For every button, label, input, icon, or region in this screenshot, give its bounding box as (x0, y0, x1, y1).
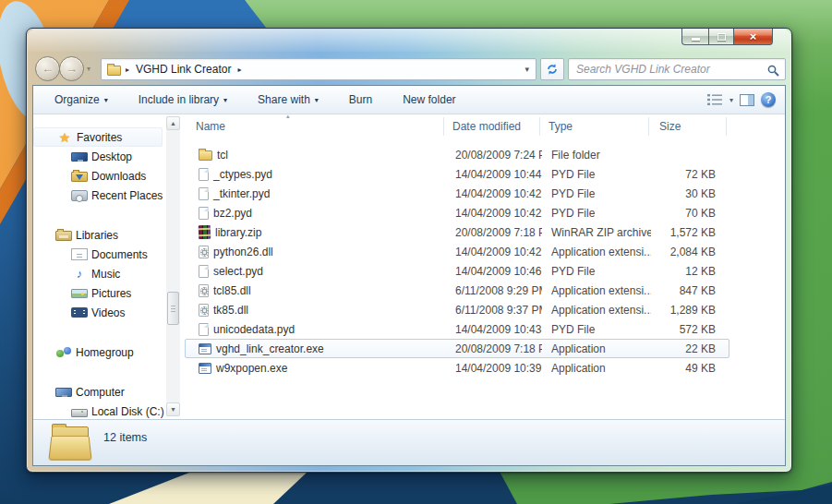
status-bar: 12 items (33, 419, 785, 465)
column-separator[interactable] (726, 117, 727, 136)
recent-pages-dropdown[interactable]: ▾ (87, 65, 90, 73)
file-size: 70 KB (651, 207, 730, 220)
toolbar-share-with-button[interactable]: Share with ▾ (248, 90, 328, 110)
column-header-date-modified[interactable]: Date modified (452, 120, 521, 133)
column-header-name[interactable]: Name (196, 120, 225, 133)
file-size: 847 KB (651, 284, 730, 297)
file-name: bz2.pyd (213, 207, 252, 220)
sidebar-item-recent-places[interactable]: Recent Places (33, 186, 183, 205)
file-row[interactable]: python26.dll 14/04/2009 10:42 PM Applica… (185, 242, 730, 261)
chevron-down-icon: ▾ (104, 96, 108, 104)
toolbar-item-label: Burn (349, 93, 372, 106)
column-header-size[interactable]: Size (659, 120, 681, 133)
sidebar-item-documents[interactable]: Documents (33, 245, 183, 264)
documents-icon (71, 248, 88, 260)
file-size: 72 KB (651, 168, 730, 181)
pyd-icon (199, 207, 209, 220)
file-type: PYD File (542, 168, 651, 181)
forward-button[interactable]: → (59, 56, 84, 81)
chevron-down-icon: ▾ (315, 96, 319, 104)
file-size: 49 KB (651, 362, 730, 375)
file-date-modified: 14/04/2009 10:42 PM (446, 187, 542, 200)
breadcrumb-arrow-icon[interactable]: ▸ (233, 66, 246, 74)
sort-ascending-icon: ▴ (286, 114, 290, 120)
file-row[interactable]: tcl85.dll 6/11/2008 9:29 PM Application … (185, 281, 730, 300)
file-row[interactable]: bz2.pyd 14/04/2009 10:42 PM PYD File 70 … (185, 203, 730, 222)
sidebar-scrollbar[interactable]: ▲ ▼ (166, 116, 180, 416)
file-row[interactable]: select.pyd 14/04/2009 10:46 PM PYD File … (185, 261, 730, 281)
sidebar-item-homegroup[interactable]: Homegroup (33, 342, 183, 362)
file-row[interactable]: tcl 20/08/2009 7:24 PM File folder (185, 145, 730, 164)
libraries-icon (55, 231, 72, 241)
refresh-button[interactable] (540, 58, 564, 80)
file-row[interactable]: _tkinter.pyd 14/04/2009 10:42 PM PYD Fil… (185, 184, 730, 203)
views-button[interactable] (707, 94, 723, 105)
file-type: PYD File (542, 265, 651, 278)
sidebar-item-local-disk-c[interactable]: Local Disk (C:) (33, 402, 183, 418)
chevron-down-icon: ▾ (223, 96, 227, 104)
file-row[interactable]: _ctypes.pyd 14/04/2009 10:44 PM PYD File… (185, 164, 730, 184)
file-name: select.pyd (213, 265, 263, 278)
sidebar-item-libraries[interactable]: Libraries (33, 225, 183, 245)
sidebar-section: Homegroup (33, 342, 183, 362)
file-row[interactable]: unicodedata.pyd 14/04/2009 10:43 PM PYD … (185, 319, 730, 339)
file-size: 572 KB (651, 323, 730, 336)
file-date-modified: 14/04/2009 10:43 PM (446, 323, 542, 336)
file-row[interactable]: tk85.dll 6/11/2008 9:37 PM Application e… (185, 300, 730, 319)
file-size: 12 KB (651, 265, 730, 278)
file-row[interactable]: w9xpopen.exe 14/04/2009 10:39 PM Applica… (185, 358, 730, 378)
close-button[interactable]: × (734, 29, 773, 45)
back-button[interactable]: ← (35, 56, 60, 81)
file-name: tcl85.dll (213, 284, 251, 297)
address-dropdown-arrow[interactable]: ▾ (525, 65, 529, 74)
scroll-down-button[interactable]: ▼ (166, 402, 180, 416)
toolbar-include-in-library-button[interactable]: Include in library ▾ (129, 90, 236, 110)
sidebar-item-pictures[interactable]: Pictures (33, 283, 183, 303)
desktop-icon (71, 152, 88, 162)
sidebar-item-music[interactable]: ♪ Music (33, 264, 183, 283)
file-row[interactable]: library.zip 20/08/2009 7:18 PM WinRAR ZI… (185, 222, 730, 242)
search-input[interactable] (569, 59, 785, 79)
address-bar[interactable]: ▸ VGHD Link Creator ▸ ▾ (101, 58, 537, 80)
column-header-type[interactable]: Type (549, 120, 573, 133)
help-button[interactable]: ? (761, 92, 776, 107)
exe-icon (199, 343, 211, 354)
window-body: Organize ▾ Include in library ▾ Share wi… (32, 85, 786, 466)
search-icon[interactable] (767, 64, 779, 80)
column-separator[interactable] (539, 117, 540, 136)
breadcrumb-arrow-icon[interactable]: ▸ (121, 66, 134, 74)
dll-icon (199, 284, 209, 297)
sidebar-item-downloads[interactable]: Downloads (33, 166, 183, 186)
videos-icon (71, 307, 88, 318)
file-type: PYD File (542, 207, 651, 220)
scroll-thumb[interactable] (167, 292, 179, 325)
preview-pane-button[interactable] (740, 94, 754, 106)
dll-icon (199, 246, 209, 258)
sidebar-item-desktop[interactable]: Desktop (33, 147, 183, 166)
column-separator[interactable] (648, 117, 649, 136)
scroll-up-button[interactable]: ▲ (166, 116, 180, 130)
column-separator[interactable] (443, 117, 444, 136)
minimize-button[interactable] (681, 29, 708, 45)
toolbar-organize-button[interactable]: Organize ▾ (45, 90, 117, 110)
sidebar-item-videos[interactable]: Videos (33, 303, 183, 322)
search-box (568, 58, 786, 80)
titlebar-gloss (28, 30, 790, 52)
toolbar-burn-button[interactable]: Burn (340, 90, 381, 110)
file-type: Application (542, 342, 651, 355)
breadcrumb-segment[interactable]: VGHD Link Creator (134, 63, 233, 76)
file-date-modified: 14/04/2009 10:42 PM (446, 246, 542, 258)
views-dropdown-arrow[interactable]: ▾ (730, 96, 733, 104)
file-date-modified: 6/11/2008 9:37 PM (446, 304, 542, 317)
toolbar-new-folder-button[interactable]: New folder (393, 90, 464, 110)
sidebar-item-favorites[interactable]: ★ Favorites (33, 127, 163, 147)
file-type: File folder (542, 149, 651, 162)
maximize-button[interactable] (708, 29, 734, 45)
sidebar-item-computer[interactable]: Computer (33, 382, 183, 402)
file-row[interactable]: vghd_link_creator.exe 20/08/2009 7:18 PM… (185, 339, 730, 358)
sidebar-item-label: Homegroup (76, 346, 134, 359)
list-view-icon (707, 94, 723, 105)
file-type: Application extensi... (542, 284, 651, 297)
pyd-icon (199, 323, 209, 336)
file-type: Application (542, 362, 651, 375)
